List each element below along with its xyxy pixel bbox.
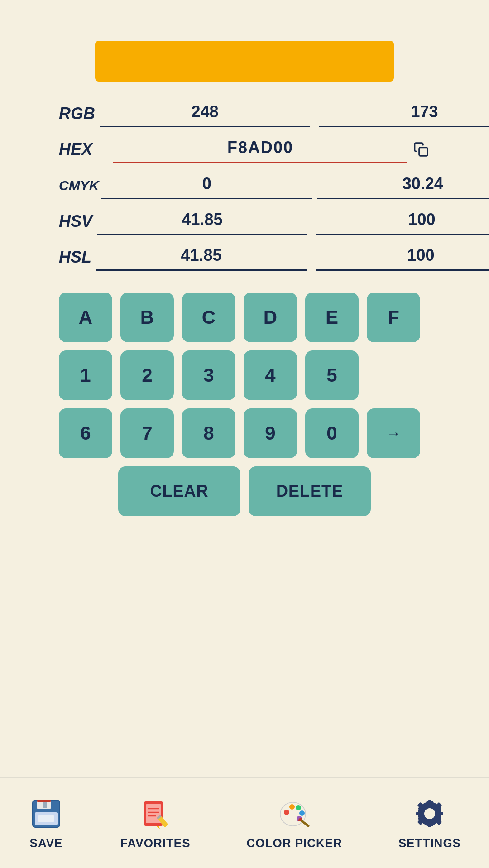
key-0[interactable]: 0	[305, 408, 359, 458]
svg-point-21	[284, 810, 289, 815]
hsv-values	[92, 207, 489, 235]
svg-rect-9	[38, 815, 54, 822]
svg-point-24	[299, 810, 305, 816]
rgb-label: RGB	[59, 104, 95, 123]
rgb-values	[95, 100, 489, 127]
delete-button[interactable]: DELETE	[249, 466, 371, 516]
cmyk-values	[99, 172, 489, 199]
clear-button[interactable]: CLEAR	[118, 466, 240, 516]
svg-line-26	[301, 820, 308, 826]
cmyk-m-input[interactable]	[317, 172, 489, 199]
svg-rect-32	[428, 823, 431, 827]
nav-color-picker-label: COLOR PICKER	[247, 836, 342, 850]
hex-label: HEX	[59, 140, 109, 159]
svg-rect-7	[43, 801, 47, 808]
key-9[interactable]: 9	[244, 408, 297, 458]
nav-settings[interactable]: SETTINGS	[398, 796, 461, 850]
rgb-g-input[interactable]	[319, 100, 489, 127]
hsv-h-input[interactable]	[97, 207, 307, 235]
cmyk-row: CMYK	[59, 172, 430, 203]
svg-rect-31	[428, 800, 431, 805]
rgb-r-input[interactable]	[100, 100, 310, 127]
keyboard: A B C D E F 1 2 3 4 5 6 7 8 9 0 → CLEAR …	[59, 293, 430, 516]
color-picker-icon	[276, 796, 312, 832]
svg-rect-34	[439, 812, 443, 815]
nav-settings-label: SETTINGS	[398, 836, 461, 850]
key-d[interactable]: D	[244, 293, 297, 342]
hsl-row: HSL	[59, 243, 430, 274]
key-f[interactable]: F	[367, 293, 420, 342]
hsv-label: HSV	[59, 212, 92, 231]
key-a[interactable]: A	[59, 293, 112, 342]
nav-save-label: SAVE	[30, 836, 63, 850]
hex-values	[113, 135, 408, 163]
settings-icon	[412, 796, 448, 832]
hsl-values	[91, 243, 489, 271]
keyboard-row-af: A B C D E F	[59, 293, 430, 342]
cmyk-label: CMYK	[59, 178, 99, 193]
hex-row: HEX	[59, 135, 430, 167]
key-b[interactable]: B	[120, 293, 174, 342]
hsl-s-input[interactable]	[316, 243, 489, 271]
rgb-row: RGB	[59, 100, 430, 131]
key-1[interactable]: 1	[59, 350, 112, 400]
nav-save[interactable]: SAVE	[28, 796, 64, 850]
key-6[interactable]: 6	[59, 408, 112, 458]
hsv-s-input[interactable]	[316, 207, 489, 235]
key-7[interactable]: 7	[120, 408, 174, 458]
favorites-icon	[137, 796, 173, 832]
hex-input[interactable]	[113, 135, 408, 163]
keyboard-row-60: 6 7 8 9 0 →	[59, 408, 430, 458]
hsv-row: HSV	[59, 207, 430, 239]
bottom-nav: SAVE FAVORITES	[0, 777, 489, 868]
key-2[interactable]: 2	[120, 350, 174, 400]
save-icon	[28, 796, 64, 832]
key-3[interactable]: 3	[182, 350, 235, 400]
color-fields: RGB HEX CMYK	[59, 100, 430, 274]
nav-color-picker[interactable]: COLOR PICKER	[247, 796, 342, 850]
svg-point-23	[296, 805, 301, 810]
key-5[interactable]: 5	[305, 350, 359, 400]
key-e[interactable]: E	[305, 293, 359, 342]
nav-favorites[interactable]: FAVORITES	[120, 796, 190, 850]
svg-rect-33	[416, 812, 421, 815]
key-arrow[interactable]: →	[367, 408, 420, 458]
svg-rect-11	[37, 800, 51, 802]
svg-rect-1	[419, 148, 427, 156]
svg-point-39	[424, 808, 435, 819]
svg-point-22	[289, 804, 295, 810]
color-preview	[95, 41, 394, 82]
keyboard-row-15: 1 2 3 4 5	[59, 350, 430, 400]
key-c[interactable]: C	[182, 293, 235, 342]
cmyk-c-input[interactable]	[101, 172, 312, 199]
svg-marker-18	[157, 825, 161, 830]
nav-favorites-label: FAVORITES	[120, 836, 190, 850]
keyboard-row-actions: CLEAR DELETE	[59, 466, 430, 516]
hsl-label: HSL	[59, 248, 91, 267]
key-4[interactable]: 4	[244, 350, 297, 400]
hex-copy-button[interactable]	[412, 140, 430, 158]
hsl-h-input[interactable]	[96, 243, 307, 271]
key-8[interactable]: 8	[182, 408, 235, 458]
